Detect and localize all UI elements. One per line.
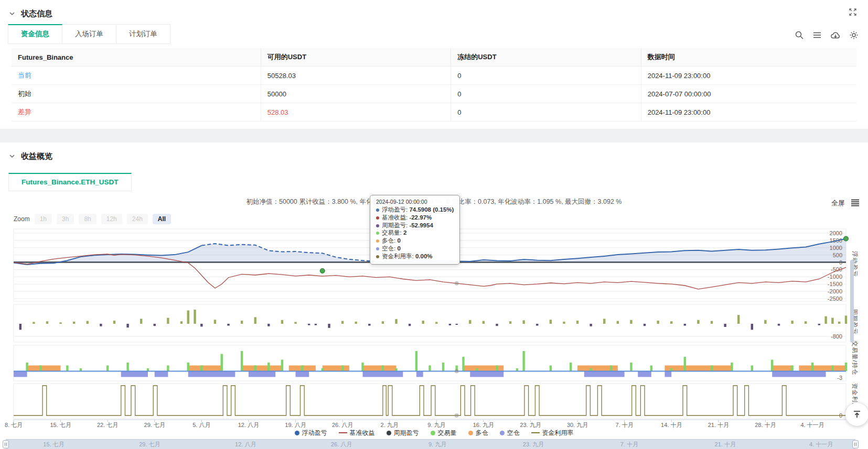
svg-text:29. 七月: 29. 七月 (144, 422, 165, 428)
legend-item[interactable]: 交易量 (431, 429, 457, 437)
tooltip-item: 基准收益: -22.97% (376, 214, 454, 222)
tab-fund-info[interactable]: 资金信息 (8, 24, 62, 44)
cloud-download-icon[interactable] (830, 31, 841, 40)
menu-icon[interactable] (812, 30, 822, 40)
svg-text:22. 七月: 22. 七月 (97, 422, 118, 428)
legend-marker (387, 431, 391, 435)
status-info-section: 状态信息 资金信息 入场订单 计划订单 (0, 0, 868, 129)
navigator-date-label: 9. 九月 (428, 441, 446, 448)
legend-marker (339, 432, 347, 433)
arrow-to-top-icon (852, 410, 862, 419)
svg-text:-2000: -2000 (828, 288, 842, 294)
fullscreen-expand-icon[interactable] (848, 7, 859, 18)
svg-text:7. 十月: 7. 十月 (616, 422, 634, 428)
chart-fullscreen-button[interactable]: 全屏 (831, 199, 845, 208)
table-header-row: Futures_Binance可用的USDT冻结的USDT数据时间 (12, 48, 856, 67)
row-label: 初始 (12, 85, 261, 103)
navigator-right-handle[interactable] (852, 440, 859, 448)
legend-item[interactable]: 周期盈亏 (387, 429, 419, 437)
tab-entry-orders[interactable]: 入场订单 (62, 24, 116, 44)
row-label: 差异 (12, 103, 261, 122)
navigator-date-label: 21. 十月 (715, 441, 736, 448)
table-cell: 2024-11-09 23:00:00 (641, 67, 856, 85)
tooltip-item: 资金利用率: 0.00% (376, 253, 454, 260)
legend-marker (500, 431, 505, 435)
svg-text:4. 十一月: 4. 十一月 (800, 422, 824, 428)
svg-text:9. 九月: 9. 九月 (427, 422, 445, 428)
navigator-date-label: 15. 七月 (43, 441, 64, 448)
navigator-date-label: 23. 九月 (523, 441, 544, 448)
navigator-date-label: 7. 十月 (620, 441, 638, 448)
legend-item[interactable]: 空仓 (500, 429, 520, 437)
search-icon[interactable] (795, 30, 804, 40)
tooltip-item: 周期盈亏: -52.9954 (376, 222, 454, 229)
svg-text:8. 七月: 8. 七月 (5, 422, 23, 428)
table-row: 当前50528.0302024-11-09 23:00:00 (12, 67, 856, 85)
svg-text:-3: -3 (837, 375, 842, 381)
table-cell: 50000 (261, 85, 451, 103)
table-cell: 50528.03 (261, 67, 451, 85)
collapse-chevron-icon[interactable] (8, 10, 16, 17)
svg-text:19. 八月: 19. 八月 (285, 422, 306, 428)
zoom-button-1h[interactable]: 1h (35, 214, 52, 224)
navigator-left-handle[interactable] (3, 440, 9, 448)
table-cell: 0 (451, 103, 641, 122)
table-cell: 528.03 (261, 103, 451, 122)
chart-y-scrollbar[interactable] (850, 260, 854, 343)
tooltip-item: 空仓: 0 (376, 245, 454, 253)
svg-text:14. 十月: 14. 十月 (661, 422, 682, 428)
status-tabs: 资金信息 入场订单 计划订单 (8, 24, 868, 44)
legend-item[interactable]: 浮动盈亏 (295, 429, 327, 437)
section-title-profit: 收益概览 (21, 151, 52, 161)
legend-marker (431, 431, 435, 435)
navigator-date-label: 12. 八月 (235, 441, 256, 448)
svg-text:2. 九月: 2. 九月 (381, 422, 399, 428)
row-label-link[interactable]: 当前 (12, 67, 261, 85)
back-to-top-button[interactable] (845, 403, 868, 426)
legend-marker (468, 431, 473, 435)
chart-context-menu-icon[interactable] (851, 199, 860, 209)
svg-text:28. 十月: 28. 十月 (755, 422, 776, 428)
svg-text:5. 八月: 5. 八月 (192, 422, 210, 428)
table-cell: 0 (451, 67, 641, 85)
svg-text:26. 八月: 26. 八月 (332, 422, 353, 428)
svg-text:23. 九月: 23. 九月 (520, 422, 541, 428)
table-cell: 2024-11-09 23:00:00 (641, 103, 856, 122)
zoom-button-all[interactable]: All (153, 214, 171, 224)
tooltip-item: 多仓: 0 (376, 237, 454, 245)
table-column-header: 数据时间 (641, 48, 856, 67)
svg-text:-1500: -1500 (828, 281, 842, 287)
zoom-button-3h[interactable]: 3h (57, 214, 74, 224)
legend-marker (295, 431, 299, 435)
svg-text:15. 七月: 15. 七月 (50, 422, 71, 428)
chart-navigator[interactable]: 15. 七月29. 七月12. 八月26. 八月9. 九月23. 九月7. 十月… (6, 439, 855, 449)
settings-icon[interactable] (849, 30, 859, 40)
zoom-button-8h[interactable]: 8h (79, 214, 96, 224)
legend-item[interactable]: 多仓 (468, 429, 488, 437)
svg-text:12. 八月: 12. 八月 (238, 422, 259, 428)
navigator-date-label: 26. 八月 (331, 441, 352, 448)
collapse-chevron-icon[interactable] (8, 152, 16, 160)
zoom-button-24h[interactable]: 24h (127, 214, 148, 224)
legend-item[interactable]: 基准收益 (339, 429, 375, 437)
navigator-date-label: 4. 十一月 (809, 441, 833, 448)
chart-tooltip: 2024-09-12 00:00:00 浮动盈亏: 74.5908 (0.15%… (370, 195, 460, 265)
profit-overview-section: 收益概览 Futures_Binance.ETH_USDT 初始净值：50000… (0, 143, 868, 449)
legend-item[interactable]: 资金利用率 (531, 429, 574, 437)
table-cell: 0 (451, 85, 641, 103)
svg-text:16. 九月: 16. 九月 (473, 422, 494, 428)
zoom-label: Zoom (14, 215, 30, 223)
svg-text:-1000: -1000 (828, 273, 842, 280)
section-title-status: 状态信息 (21, 9, 52, 19)
svg-text:-2500: -2500 (828, 295, 842, 302)
tab-plan-orders[interactable]: 计划订单 (116, 24, 170, 44)
tooltip-item: 浮动盈亏: 74.5908 (0.15%) (376, 206, 454, 214)
table-column-header: 可用的USDT (261, 48, 451, 67)
svg-text:30. 九月: 30. 九月 (567, 422, 588, 428)
table-column-header: 冻结的USDT (451, 48, 641, 67)
table-row: 差异528.0302024-11-09 23:00:00 (12, 103, 856, 122)
tooltip-date: 2024-09-12 00:00:00 (376, 199, 454, 205)
chart-legend: 浮动盈亏基准收益周期盈亏交易量多仓空仓资金利用率 (0, 429, 868, 437)
zoom-button-12h[interactable]: 12h (101, 214, 122, 224)
tab-futures-binance-eth-usdt[interactable]: Futures_Binance.ETH_USDT (8, 173, 132, 191)
